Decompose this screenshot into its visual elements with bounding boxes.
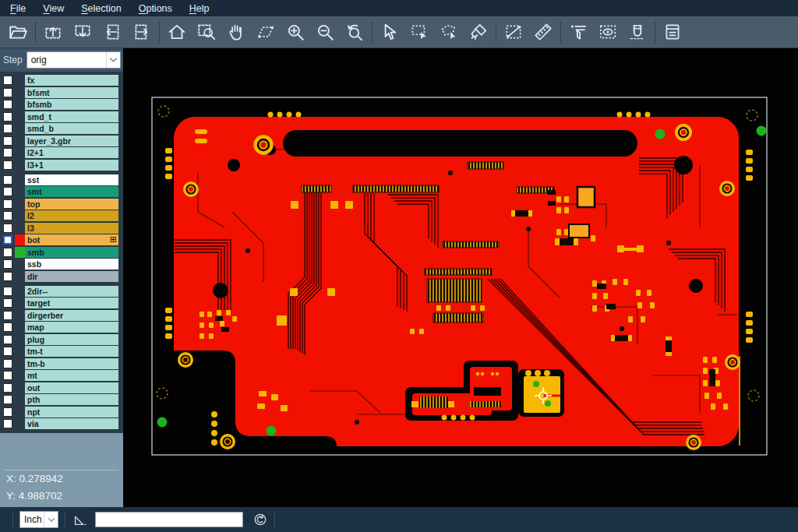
layer-label[interactable]: dir	[25, 271, 118, 282]
layer-label[interactable]: bfsmt	[25, 87, 118, 98]
layer-color-swatch[interactable]	[15, 136, 25, 146]
layer-label[interactable]: via	[25, 418, 118, 429]
layer-label[interactable]: layer_3.gbr	[25, 136, 118, 146]
layer-row-top[interactable]: top	[0, 199, 123, 210]
layer-row-tm-b[interactable]: tm-b	[0, 358, 123, 369]
layer-row-smd_b[interactable]: smd_b	[0, 123, 123, 134]
zoom-previous-icon[interactable]	[340, 18, 369, 46]
snap-magnet-icon[interactable]	[623, 18, 652, 46]
layer-color-swatch[interactable]	[15, 234, 25, 245]
pcb-canvas[interactable]	[123, 48, 798, 507]
layer-row-sst[interactable]: sst	[0, 174, 123, 185]
layer-label[interactable]: pth	[25, 394, 118, 405]
layer-row-dirgerber[interactable]: dirgerber	[0, 310, 123, 321]
layer-row-l2+1[interactable]: l2+1	[0, 147, 123, 158]
layer-color-swatch[interactable]	[15, 394, 25, 405]
layer-checkbox[interactable]	[3, 371, 12, 380]
layer-row-smd_t[interactable]: smd_t	[0, 111, 123, 122]
layer-color-swatch[interactable]	[15, 298, 25, 308]
menu-view[interactable]: View	[34, 0, 72, 16]
layers-panel-icon[interactable]	[658, 18, 687, 46]
layer-color-swatch[interactable]	[15, 160, 25, 171]
layer-color-swatch[interactable]	[15, 271, 25, 282]
layer-color-swatch[interactable]	[15, 223, 25, 234]
measure-distance-icon[interactable]	[499, 18, 528, 46]
unit-select[interactable]: Inch	[19, 511, 58, 528]
layer-label[interactable]: l3	[25, 223, 118, 234]
layer-label[interactable]: ssb	[25, 259, 118, 270]
layer-checkbox[interactable]	[3, 311, 12, 320]
layer-color-swatch[interactable]	[15, 322, 25, 333]
zoom-in-icon[interactable]	[281, 18, 310, 46]
corner-angle-icon[interactable]	[72, 511, 89, 528]
layer-label[interactable]: smd_t	[25, 111, 118, 122]
layer-label[interactable]: top	[25, 199, 118, 210]
layer-checkbox[interactable]	[3, 235, 12, 245]
layer-checkbox[interactable]	[3, 359, 12, 368]
layer-row-smt[interactable]: smt	[0, 186, 123, 197]
import-left-icon[interactable]	[97, 18, 127, 46]
layer-checkbox[interactable]	[3, 383, 12, 393]
command-input[interactable]	[95, 512, 243, 527]
layer-checkbox[interactable]	[3, 419, 12, 428]
clear-brush-icon[interactable]	[464, 18, 493, 46]
grid-icon[interactable]: ⊞	[110, 234, 117, 245]
layer-row-pth[interactable]: pth	[0, 394, 123, 405]
layer-checkbox[interactable]	[3, 175, 12, 185]
layer-row-layer_3.gbr[interactable]: layer_3.gbr	[0, 136, 123, 146]
layer-checkbox[interactable]	[3, 136, 12, 146]
layer-checkbox[interactable]	[3, 100, 12, 109]
layer-label[interactable]: smt	[25, 186, 118, 197]
layer-row-l2[interactable]: l2	[0, 210, 123, 221]
layer-row-bfsmb[interactable]: bfsmb	[0, 99, 123, 110]
layer-color-swatch[interactable]	[15, 407, 25, 417]
layer-color-swatch[interactable]	[15, 199, 25, 210]
layer-checkbox[interactable]	[3, 124, 12, 133]
layer-checkbox[interactable]	[3, 347, 12, 356]
layer-color-swatch[interactable]	[15, 370, 25, 381]
filter-icon[interactable]	[563, 18, 593, 46]
select-polygon-icon[interactable]	[434, 18, 464, 46]
layer-row-map[interactable]: map	[0, 322, 123, 333]
step-select[interactable]: orig	[26, 51, 121, 69]
layer-label[interactable]: l2+1	[25, 147, 118, 158]
pan-hand-icon[interactable]	[221, 18, 251, 46]
layer-checkbox[interactable]	[3, 224, 12, 233]
import-bottom-icon[interactable]	[68, 18, 97, 46]
menu-selection[interactable]: Selection	[72, 0, 129, 16]
layer-label[interactable]: l2	[25, 210, 118, 221]
layer-checkbox[interactable]	[3, 298, 12, 308]
open-folder-icon[interactable]	[3, 18, 33, 46]
layer-row-out[interactable]: out	[0, 382, 123, 393]
view-area-icon[interactable]	[593, 18, 623, 46]
layer-label[interactable]: tm-t	[25, 346, 118, 357]
layer-label[interactable]: bot⊞	[25, 234, 118, 245]
layer-color-swatch[interactable]	[15, 186, 25, 197]
import-top-icon[interactable]	[38, 18, 68, 46]
layer-checkbox[interactable]	[3, 148, 12, 157]
layer-label[interactable]: tm-b	[25, 358, 118, 369]
menu-options[interactable]: Options	[130, 0, 181, 16]
layer-color-swatch[interactable]	[15, 382, 25, 393]
layer-color-swatch[interactable]	[15, 334, 25, 345]
layer-color-swatch[interactable]	[15, 147, 25, 158]
layer-checkbox[interactable]	[3, 160, 12, 170]
layer-label[interactable]: l3+1	[25, 160, 118, 171]
layer-checkbox[interactable]	[3, 395, 12, 404]
zoom-area-icon[interactable]	[192, 18, 221, 46]
layer-label[interactable]: smb	[25, 247, 118, 258]
layer-label[interactable]: map	[25, 322, 118, 333]
layer-row-bfsmt[interactable]: bfsmt	[0, 87, 123, 98]
layer-row-tm-t[interactable]: tm-t	[0, 346, 123, 357]
layer-checkbox[interactable]	[3, 335, 12, 344]
layer-checkbox[interactable]	[3, 187, 12, 196]
layer-label[interactable]: npt	[25, 407, 118, 417]
layer-row-2dir--[interactable]: 2dir--	[0, 286, 123, 297]
layer-checkbox[interactable]	[3, 259, 12, 269]
layer-checkbox[interactable]	[3, 322, 12, 332]
layer-color-swatch[interactable]	[15, 174, 25, 185]
layer-label[interactable]: 2dir--	[25, 286, 118, 297]
layer-row-l3[interactable]: l3	[0, 223, 123, 234]
layer-row-bot[interactable]: bot⊞	[0, 234, 123, 245]
layer-row-plug[interactable]: plug	[0, 334, 123, 345]
